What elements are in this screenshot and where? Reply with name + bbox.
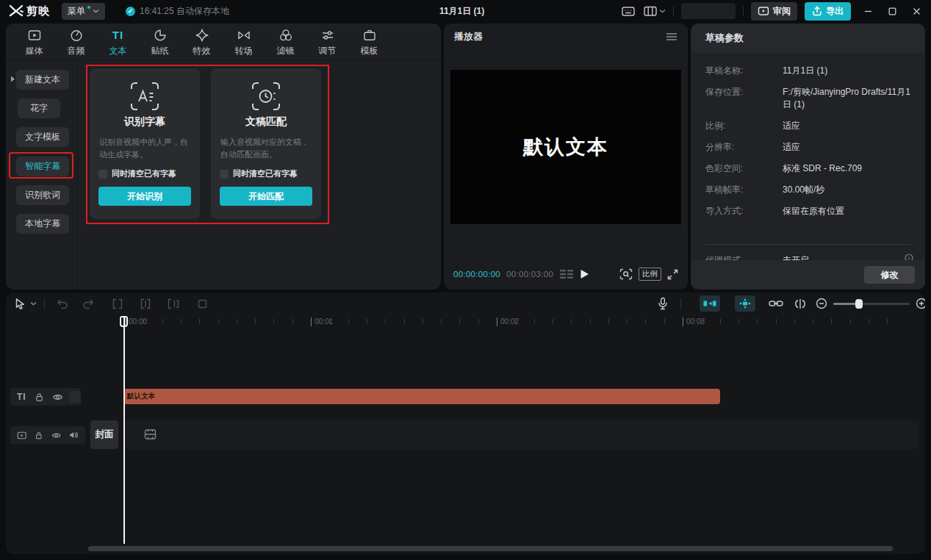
speaker-icon[interactable]: [69, 431, 79, 439]
draft-field-resolution: 分辨率:适应: [705, 141, 910, 154]
zoom-slider-handle[interactable]: [855, 299, 863, 309]
maximize-button[interactable]: [888, 7, 896, 15]
current-time: 00:00:00:00: [453, 270, 500, 279]
sidebar-item-local-subtitle[interactable]: 本地字幕: [16, 214, 69, 234]
menu-button[interactable]: 菜单: [62, 3, 105, 20]
text-track-icon: TI: [17, 392, 26, 402]
minimize-button[interactable]: [864, 7, 872, 15]
ratio-button[interactable]: 比例: [639, 268, 661, 281]
sidebar-item-smart-subtitle[interactable]: 智能字幕: [16, 157, 69, 176]
layout-icon: [643, 4, 658, 18]
linkage-toggle[interactable]: [769, 292, 783, 315]
sidebar-item-fancy-text[interactable]: 花字: [18, 98, 60, 118]
fullscreen-icon[interactable]: [667, 269, 678, 280]
card-title: 文稿匹配: [211, 115, 321, 129]
start-recognize-button[interactable]: 开始识别: [98, 187, 191, 206]
ruler-tick: 00:01: [311, 317, 333, 326]
undo-button[interactable]: [56, 292, 68, 315]
transition-icon: [237, 28, 251, 43]
checkbox[interactable]: [220, 170, 229, 179]
media-library-panel: 媒体 音频 TI 文本 贴纸 特效 转场: [6, 24, 441, 290]
sidebar-item-new-text[interactable]: 新建文本: [16, 70, 69, 90]
split-button[interactable]: [112, 292, 123, 315]
close-button[interactable]: [913, 7, 921, 15]
tab-media[interactable]: 媒体: [13, 28, 55, 59]
player-menu-icon[interactable]: [666, 32, 677, 41]
video-canvas[interactable]: 默认文本: [450, 70, 681, 224]
sidebar-item-text-template[interactable]: 文字模板: [16, 127, 69, 147]
preview-quality-icon[interactable]: [619, 268, 633, 280]
timeline-zoom-out-button[interactable]: [816, 292, 827, 315]
checkbox[interactable]: [98, 170, 107, 179]
timeline-zoom-in-button[interactable]: [916, 292, 925, 315]
tab-adjust[interactable]: 调节: [306, 28, 348, 59]
timeline-zoom-slider[interactable]: [833, 292, 910, 315]
separator: [680, 298, 681, 309]
autosave-status: ✓ 16:41:25 自动保存本地: [126, 5, 229, 18]
undo-icon: [56, 298, 68, 309]
draft-bottom-bar: 修改: [691, 260, 925, 290]
asset-type-toolbar: 媒体 音频 TI 文本 贴纸 特效 转场: [6, 24, 441, 59]
magnet-snap-icon: [703, 299, 716, 308]
cursor-tool-dropdown[interactable]: [30, 292, 37, 315]
start-match-button[interactable]: 开始匹配: [220, 187, 312, 206]
link-icon: [769, 299, 783, 308]
main-track-magnet-toggle[interactable]: [700, 292, 720, 315]
auto-snap-toggle[interactable]: [735, 292, 755, 315]
review-button[interactable]: 审阅: [751, 2, 797, 21]
record-voiceover-button[interactable]: [657, 292, 669, 315]
filter-icon: [278, 28, 293, 43]
draft-params-panel: 草稿参数 草稿名称:11月1日 (1) 保存位置:F:/剪映/JianyingP…: [691, 24, 925, 290]
tab-effects[interactable]: 特效: [181, 28, 223, 59]
card-description: 识别音视频中的人声，自动生成字幕。: [90, 129, 200, 161]
cover-button[interactable]: 封面: [90, 420, 118, 449]
tab-sticker[interactable]: 贴纸: [139, 28, 181, 59]
split-icon: [112, 298, 123, 309]
tab-text[interactable]: TI 文本: [97, 28, 139, 59]
chevron-down-icon: [659, 9, 666, 13]
tab-transition[interactable]: 转场: [223, 28, 265, 59]
cursor-icon: [15, 298, 26, 310]
auto-snap-icon: [739, 298, 751, 309]
video-track-lane[interactable]: [123, 420, 919, 449]
modify-button[interactable]: 修改: [864, 266, 915, 284]
redo-button[interactable]: [82, 292, 95, 315]
trim-right-button[interactable]: [168, 292, 179, 315]
playhead-handle[interactable]: [120, 316, 128, 327]
shortcut-keys-button[interactable]: [621, 4, 636, 18]
sidebar-item-lyrics-recognition[interactable]: 识别歌词: [16, 185, 69, 205]
film-icon: [144, 428, 157, 440]
keyboard-icon: [621, 4, 636, 18]
play-button[interactable]: [580, 269, 589, 279]
expand-caret-icon[interactable]: [10, 76, 15, 82]
frame-preview-icon[interactable]: [559, 269, 574, 279]
cursor-tool-button[interactable]: [15, 292, 26, 315]
chevron-down-icon: [93, 9, 99, 13]
ruler-tick: 00:03: [683, 317, 705, 326]
tab-filter[interactable]: 滤镜: [265, 28, 306, 59]
visibility-icon[interactable]: [51, 431, 61, 439]
layout-switch-button[interactable]: [643, 4, 666, 18]
trim-left-button[interactable]: [140, 292, 151, 315]
lock-icon[interactable]: [35, 392, 44, 402]
horizontal-scrollbar[interactable]: [88, 546, 893, 551]
check-icon: ✓: [126, 7, 135, 16]
jianying-logo-icon: [9, 4, 24, 18]
trim-left-icon: [140, 298, 151, 309]
clear-existing-subtitle-option: 同时清空已有字幕: [90, 168, 200, 179]
tab-audio[interactable]: 音频: [55, 28, 97, 59]
draft-field-framerate: 草稿帧率:30.00帧/秒: [705, 184, 910, 196]
text-clip[interactable]: 默认文本: [123, 389, 720, 404]
audio-icon: [69, 28, 84, 43]
preview-axis-toggle[interactable]: [794, 292, 807, 315]
export-button[interactable]: 导出: [805, 2, 851, 21]
lock-icon[interactable]: [35, 431, 43, 440]
draft-field-import-mode: 导入方式:保留在原有位置: [705, 205, 910, 218]
user-area-placeholder[interactable]: [681, 3, 736, 19]
tab-template[interactable]: 模板: [348, 28, 390, 59]
divider: [6, 60, 441, 60]
visibility-icon[interactable]: [52, 393, 63, 401]
delete-button[interactable]: [197, 292, 208, 315]
card-script-match: 文稿匹配 输入音视频对应的文稿，自动匹配画面。 同时清空已有字幕 开始匹配: [211, 68, 321, 219]
draft-field-location: 保存位置:F:/剪映/JianyingPro Drafts/11月1日 (1): [705, 86, 910, 111]
